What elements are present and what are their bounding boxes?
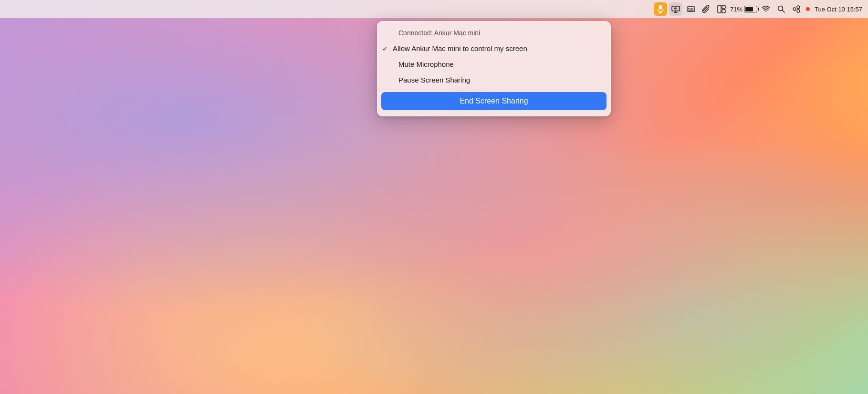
svg-rect-13 [722,5,725,9]
allow-control-text: Allow Ankur Mac mini to control my scree… [393,44,601,52]
screen-sharing-dropdown: Connected: Ankur Mac mini ✓ Allow Ankur … [377,21,611,116]
connected-label-text: Connected: Ankur Mac mini [398,29,601,37]
pause-screen-sharing-item[interactable]: Pause Screen Sharing [377,72,610,88]
svg-point-18 [797,6,800,9]
paperclip-icon[interactable] [700,2,713,16]
menubar: 71% [0,0,868,18]
wifi-icon[interactable] [759,2,773,16]
microphone-icon[interactable] [654,2,667,16]
panel-icon[interactable] [715,2,728,16]
svg-rect-0 [659,5,662,10]
svg-rect-12 [718,5,721,13]
keyboard-icon[interactable] [684,2,698,16]
svg-point-19 [797,10,800,12]
svg-line-16 [782,10,784,12]
screen-share-icon[interactable] [669,2,682,16]
battery-indicator: 71% [730,6,757,13]
svg-point-17 [793,8,796,10]
search-icon[interactable] [774,2,788,16]
allow-control-item[interactable]: ✓ Allow Ankur Mac mini to control my scr… [377,41,610,56]
status-dot [806,7,810,11]
end-screen-sharing-label: End Screen Sharing [460,97,528,105]
menubar-right-icons: 71% [654,2,862,16]
battery-icon [744,6,757,12]
mute-microphone-item[interactable]: Mute Microphone [377,56,610,72]
connected-status: Connected: Ankur Mac mini [377,25,610,41]
control-center-icon[interactable] [790,2,803,16]
svg-rect-4 [687,7,695,11]
mute-microphone-text: Mute Microphone [398,60,601,68]
menubar-datetime: Tue Oct 10 15:57 [815,6,862,13]
menu-divider [377,90,610,90]
end-screen-sharing-button[interactable]: End Screen Sharing [381,92,607,110]
svg-rect-14 [722,10,725,13]
allow-control-checkmark: ✓ [381,45,389,52]
pause-screen-sharing-text: Pause Screen Sharing [398,76,601,84]
battery-percent: 71% [730,6,743,13]
